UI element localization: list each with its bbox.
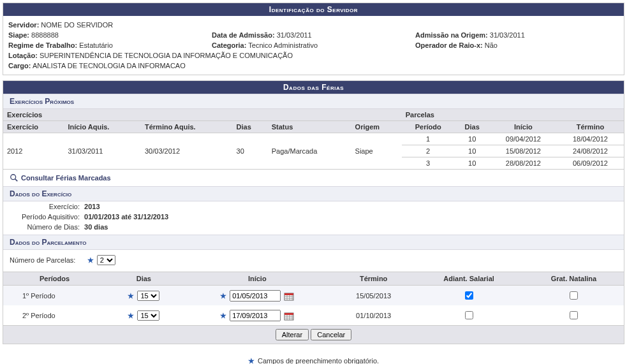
cell-pdias: 10 xyxy=(455,133,490,145)
group-parcelas: Parcelas xyxy=(402,109,624,121)
numdias-label: Número de Dias: xyxy=(10,223,80,231)
exercicios-proximos-title: Exercícios Próximos xyxy=(3,94,624,109)
adiant-checkbox-1[interactable] xyxy=(465,291,473,300)
cell-periodo-label: 2º Período xyxy=(3,305,106,325)
admissao-origem-label: Admissão na Origem: xyxy=(415,31,488,39)
parcelamento-table: Períodos Dias Início Término Adiant. Sal… xyxy=(3,272,624,325)
calendar-icon[interactable] xyxy=(284,292,294,301)
dias-select-1[interactable]: 15 xyxy=(137,291,159,301)
periodo-aq-label: Período Aquisitivo: xyxy=(10,213,80,221)
button-row: Alterar Cancelar xyxy=(3,325,624,344)
ferias-panel: Dados das Férias Exercícios Próximos Exe… xyxy=(3,80,624,344)
search-icon xyxy=(10,173,18,182)
required-star-icon: ★ xyxy=(248,357,254,364)
servidor-value: NOME DO SERVIDOR xyxy=(41,21,113,29)
numdias-value: 30 dias xyxy=(84,223,108,231)
col-ptermino: Término xyxy=(333,272,415,286)
cell-termino: 15/05/2013 xyxy=(333,286,415,306)
ident-body: Servidor: NOME DO SERVIDOR Siape: 888888… xyxy=(3,16,624,75)
data-admissao-value: 31/03/2011 xyxy=(277,31,312,39)
cell-dias: 30 xyxy=(233,133,268,170)
col-grat: Grat. Natalina xyxy=(524,272,624,286)
dados-parcelamento-title: Dados do Parcelamento xyxy=(3,235,624,250)
regime-value: Estatutário xyxy=(79,41,113,49)
cell-ptermino: 06/09/2012 xyxy=(557,157,624,170)
table-row: 2012 31/03/2011 30/03/2012 30 Paga/Marca… xyxy=(3,133,624,145)
svg-rect-10 xyxy=(284,313,293,315)
group-exercicios: Exercícios xyxy=(3,109,402,121)
col-periodo: Período xyxy=(402,121,455,133)
required-star-icon: ★ xyxy=(220,312,226,319)
col-pdias: Dias xyxy=(106,272,182,286)
col-termino: Término xyxy=(557,121,624,133)
num-parcelas-label: Número de Parcelas: xyxy=(10,256,75,264)
adiant-checkbox-2[interactable] xyxy=(465,311,473,319)
siape-label: Siape: xyxy=(8,31,29,39)
alterar-button[interactable]: Alterar xyxy=(276,329,309,340)
cell-ptermino: 24/08/2012 xyxy=(557,145,624,157)
required-star-icon: ★ xyxy=(220,292,226,300)
lotacao-label: Lotação: xyxy=(8,52,38,59)
inicio-input-2[interactable] xyxy=(230,310,281,321)
cell-periodo: 1 xyxy=(402,133,455,145)
ident-panel: Identificação do Servidor Servidor: NOME… xyxy=(3,3,624,75)
consultar-ferias-row: Consultar Férias Marcadas xyxy=(3,170,624,186)
exercicio-label: Exercício: xyxy=(10,203,80,210)
col-inicio: Início xyxy=(490,121,557,133)
raiox-label: Operador de Raio-x: xyxy=(415,41,483,49)
table-row: 1º Período ★ 15 ★ xyxy=(3,286,624,306)
col-inicio-aq: Início Aquis. xyxy=(64,121,141,133)
col-exercicio: Exercício xyxy=(3,121,64,133)
col-pdias: Dias xyxy=(455,121,490,133)
cargo-label: Cargo: xyxy=(8,62,31,69)
cell-periodo-label: 1º Período xyxy=(3,286,106,306)
col-origem: Origem xyxy=(351,121,402,133)
footnote: ★ Campos de preenchimento obrigatório. xyxy=(3,349,624,364)
footnote-text: Campos de preenchimento obrigatório. xyxy=(258,357,379,364)
servidor-label: Servidor: xyxy=(8,21,39,29)
cancelar-button[interactable]: Cancelar xyxy=(311,329,351,340)
grat-checkbox-1[interactable] xyxy=(570,291,578,300)
table-row: 2º Período ★ 15 ★ xyxy=(3,305,624,325)
categoria-value: Tecnico Administrativo xyxy=(248,41,318,49)
exercicios-table: Exercícios Parcelas Exercício Início Aqu… xyxy=(3,109,624,170)
cell-ptermino: 18/04/2012 xyxy=(557,133,624,145)
consultar-ferias-link[interactable]: Consultar Férias Marcadas xyxy=(21,174,111,182)
cell-inicio-aq: 31/03/2011 xyxy=(64,133,141,170)
regime-label: Regime de Trabalho: xyxy=(8,41,77,49)
data-admissao-label: Data de Admissão: xyxy=(212,31,275,39)
col-adiant: Adiant. Salarial xyxy=(414,272,523,286)
cell-pdias: 10 xyxy=(455,157,490,170)
calendar-icon[interactable] xyxy=(284,312,294,321)
grat-checkbox-2[interactable] xyxy=(570,311,578,319)
cell-pdias: 10 xyxy=(455,145,490,157)
cell-termino-aq: 30/03/2012 xyxy=(141,133,233,170)
lotacao-value: SUPERINTENDÊNCIA DE TECNOLOGIA DA INFORM… xyxy=(40,52,293,59)
ident-header: Identificação do Servidor xyxy=(3,3,624,16)
siape-value: 8888888 xyxy=(31,31,59,39)
cell-periodo: 3 xyxy=(402,157,455,170)
col-periodos: Períodos xyxy=(3,272,106,286)
cargo-value: ANALISTA DE TECNOLOGIA DA INFORMACAO xyxy=(33,62,186,69)
cell-origem: Siape xyxy=(351,133,402,170)
dados-exercicio-title: Dados do Exercício xyxy=(3,186,624,201)
cell-periodo: 2 xyxy=(402,145,455,157)
svg-point-0 xyxy=(11,175,16,180)
num-parcelas-select[interactable]: 2 xyxy=(97,255,115,265)
col-pinicio: Início xyxy=(182,272,333,286)
inicio-input-1[interactable] xyxy=(230,290,281,302)
dias-select-2[interactable]: 15 xyxy=(137,310,159,321)
required-star-icon: ★ xyxy=(87,256,94,264)
col-status: Status xyxy=(268,121,351,133)
cell-pinicio: 15/08/2012 xyxy=(490,145,557,157)
svg-line-1 xyxy=(15,179,18,182)
svg-rect-3 xyxy=(284,293,293,295)
periodo-aq-value: 01/01/2013 até 31/12/2013 xyxy=(84,213,168,221)
required-star-icon: ★ xyxy=(128,292,134,300)
cell-status: Paga/Marcada xyxy=(268,133,351,170)
categoria-label: Categoria: xyxy=(212,41,246,49)
required-star-icon: ★ xyxy=(128,312,134,319)
cell-pinicio: 28/08/2012 xyxy=(490,157,557,170)
cell-termino: 01/10/2013 xyxy=(333,305,415,325)
cell-exercicio: 2012 xyxy=(3,133,64,170)
